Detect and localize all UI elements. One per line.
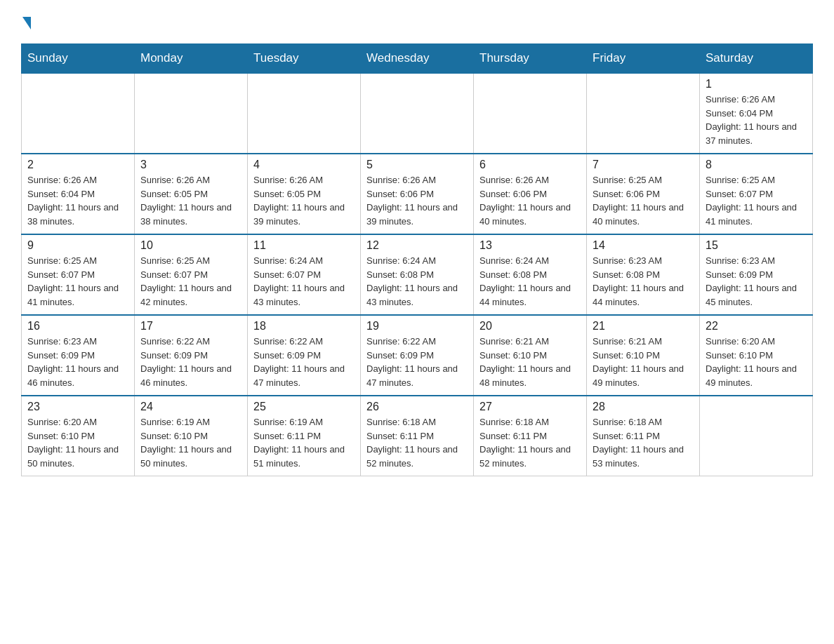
day-info: Sunrise: 6:20 AMSunset: 6:10 PMDaylight:… xyxy=(706,335,807,389)
day-info: Sunrise: 6:25 AMSunset: 6:06 PMDaylight:… xyxy=(593,173,694,228)
calendar-week-row: 16Sunrise: 6:23 AMSunset: 6:09 PMDayligh… xyxy=(22,315,813,396)
day-info: Sunrise: 6:20 AMSunset: 6:10 PMDaylight:… xyxy=(27,415,128,470)
calendar-cell: 11Sunrise: 6:24 AMSunset: 6:07 PMDayligh… xyxy=(248,234,361,315)
day-info: Sunrise: 6:26 AMSunset: 6:06 PMDaylight:… xyxy=(479,173,581,228)
calendar-cell: 25Sunrise: 6:19 AMSunset: 6:11 PMDayligh… xyxy=(248,396,361,476)
calendar-cell: 4Sunrise: 6:26 AMSunset: 6:05 PMDaylight… xyxy=(248,154,361,234)
day-info: Sunrise: 6:22 AMSunset: 6:09 PMDaylight:… xyxy=(253,335,355,389)
calendar-cell xyxy=(361,73,474,154)
day-number: 19 xyxy=(366,320,468,333)
day-number: 5 xyxy=(366,159,468,171)
day-info: Sunrise: 6:19 AMSunset: 6:11 PMDaylight:… xyxy=(253,415,355,470)
day-number: 22 xyxy=(706,320,807,333)
day-number: 26 xyxy=(366,401,468,413)
calendar-cell: 23Sunrise: 6:20 AMSunset: 6:10 PMDayligh… xyxy=(22,396,135,476)
calendar-cell xyxy=(700,396,813,476)
calendar-week-row: 23Sunrise: 6:20 AMSunset: 6:10 PMDayligh… xyxy=(22,396,813,476)
logo-arrow-icon xyxy=(22,17,31,29)
day-number: 6 xyxy=(479,159,581,171)
day-info: Sunrise: 6:26 AMSunset: 6:06 PMDaylight:… xyxy=(366,173,468,228)
day-of-week-header: Sunday xyxy=(22,44,135,74)
day-info: Sunrise: 6:21 AMSunset: 6:10 PMDaylight:… xyxy=(593,335,694,389)
day-number: 9 xyxy=(27,239,128,252)
logo xyxy=(21,14,34,29)
calendar-week-row: 1Sunrise: 6:26 AMSunset: 6:04 PMDaylight… xyxy=(22,73,813,154)
calendar-cell xyxy=(587,73,700,154)
day-number: 12 xyxy=(366,239,468,252)
day-info: Sunrise: 6:23 AMSunset: 6:08 PMDaylight:… xyxy=(593,254,694,309)
calendar-cell xyxy=(135,73,248,154)
calendar-cell: 24Sunrise: 6:19 AMSunset: 6:10 PMDayligh… xyxy=(135,396,248,476)
calendar-cell xyxy=(248,73,361,154)
day-info: Sunrise: 6:26 AMSunset: 6:04 PMDaylight:… xyxy=(706,93,807,147)
calendar-cell: 26Sunrise: 6:18 AMSunset: 6:11 PMDayligh… xyxy=(361,396,474,476)
calendar-cell: 28Sunrise: 6:18 AMSunset: 6:11 PMDayligh… xyxy=(587,396,700,476)
calendar-cell: 10Sunrise: 6:25 AMSunset: 6:07 PMDayligh… xyxy=(135,234,248,315)
calendar-week-row: 2Sunrise: 6:26 AMSunset: 6:04 PMDaylight… xyxy=(22,154,813,234)
day-info: Sunrise: 6:23 AMSunset: 6:09 PMDaylight:… xyxy=(27,335,128,389)
calendar-header-row: SundayMondayTuesdayWednesdayThursdayFrid… xyxy=(22,44,813,74)
calendar-cell: 6Sunrise: 6:26 AMSunset: 6:06 PMDaylight… xyxy=(474,154,587,234)
day-info: Sunrise: 6:24 AMSunset: 6:08 PMDaylight:… xyxy=(479,254,581,309)
calendar-cell: 18Sunrise: 6:22 AMSunset: 6:09 PMDayligh… xyxy=(248,315,361,396)
calendar-cell: 16Sunrise: 6:23 AMSunset: 6:09 PMDayligh… xyxy=(22,315,135,396)
calendar-cell: 27Sunrise: 6:18 AMSunset: 6:11 PMDayligh… xyxy=(474,396,587,476)
day-number: 2 xyxy=(27,159,128,171)
calendar-cell: 3Sunrise: 6:26 AMSunset: 6:05 PMDaylight… xyxy=(135,154,248,234)
calendar-cell: 5Sunrise: 6:26 AMSunset: 6:06 PMDaylight… xyxy=(361,154,474,234)
day-of-week-header: Monday xyxy=(135,44,248,74)
day-number: 21 xyxy=(593,320,694,333)
day-of-week-header: Saturday xyxy=(700,44,813,74)
calendar-cell: 1Sunrise: 6:26 AMSunset: 6:04 PMDaylight… xyxy=(700,73,813,154)
day-number: 24 xyxy=(140,401,241,413)
day-number: 8 xyxy=(706,159,807,171)
day-info: Sunrise: 6:23 AMSunset: 6:09 PMDaylight:… xyxy=(706,254,807,309)
day-of-week-header: Friday xyxy=(587,44,700,74)
day-info: Sunrise: 6:25 AMSunset: 6:07 PMDaylight:… xyxy=(27,254,128,309)
day-of-week-header: Thursday xyxy=(474,44,587,74)
calendar-table: SundayMondayTuesdayWednesdayThursdayFrid… xyxy=(21,43,813,476)
day-number: 25 xyxy=(253,401,355,413)
calendar-cell: 15Sunrise: 6:23 AMSunset: 6:09 PMDayligh… xyxy=(700,234,813,315)
day-info: Sunrise: 6:25 AMSunset: 6:07 PMDaylight:… xyxy=(706,173,807,228)
calendar-cell: 9Sunrise: 6:25 AMSunset: 6:07 PMDaylight… xyxy=(22,234,135,315)
calendar-cell: 22Sunrise: 6:20 AMSunset: 6:10 PMDayligh… xyxy=(700,315,813,396)
calendar-cell: 13Sunrise: 6:24 AMSunset: 6:08 PMDayligh… xyxy=(474,234,587,315)
day-of-week-header: Wednesday xyxy=(361,44,474,74)
day-info: Sunrise: 6:25 AMSunset: 6:07 PMDaylight:… xyxy=(140,254,241,309)
day-number: 16 xyxy=(27,320,128,333)
day-info: Sunrise: 6:26 AMSunset: 6:05 PMDaylight:… xyxy=(140,173,241,228)
day-of-week-header: Tuesday xyxy=(248,44,361,74)
day-number: 28 xyxy=(593,401,694,413)
day-number: 18 xyxy=(253,320,355,333)
day-number: 3 xyxy=(140,159,241,171)
day-number: 10 xyxy=(140,239,241,252)
calendar-cell: 17Sunrise: 6:22 AMSunset: 6:09 PMDayligh… xyxy=(135,315,248,396)
day-number: 20 xyxy=(479,320,581,333)
calendar-cell xyxy=(474,73,587,154)
day-number: 15 xyxy=(706,239,807,252)
day-info: Sunrise: 6:18 AMSunset: 6:11 PMDaylight:… xyxy=(593,415,694,470)
day-number: 14 xyxy=(593,239,694,252)
calendar-cell xyxy=(22,73,135,154)
calendar-week-row: 9Sunrise: 6:25 AMSunset: 6:07 PMDaylight… xyxy=(22,234,813,315)
day-info: Sunrise: 6:18 AMSunset: 6:11 PMDaylight:… xyxy=(479,415,581,470)
day-number: 7 xyxy=(593,159,694,171)
calendar-cell: 12Sunrise: 6:24 AMSunset: 6:08 PMDayligh… xyxy=(361,234,474,315)
calendar-cell: 20Sunrise: 6:21 AMSunset: 6:10 PMDayligh… xyxy=(474,315,587,396)
day-info: Sunrise: 6:19 AMSunset: 6:10 PMDaylight:… xyxy=(140,415,241,470)
day-info: Sunrise: 6:26 AMSunset: 6:05 PMDaylight:… xyxy=(253,173,355,228)
day-info: Sunrise: 6:22 AMSunset: 6:09 PMDaylight:… xyxy=(140,335,241,389)
day-info: Sunrise: 6:18 AMSunset: 6:11 PMDaylight:… xyxy=(366,415,468,470)
day-number: 11 xyxy=(253,239,355,252)
day-number: 1 xyxy=(706,78,807,90)
day-number: 13 xyxy=(479,239,581,252)
day-number: 23 xyxy=(27,401,128,413)
day-number: 4 xyxy=(253,159,355,171)
day-info: Sunrise: 6:21 AMSunset: 6:10 PMDaylight:… xyxy=(479,335,581,389)
calendar-cell: 14Sunrise: 6:23 AMSunset: 6:08 PMDayligh… xyxy=(587,234,700,315)
calendar-cell: 2Sunrise: 6:26 AMSunset: 6:04 PMDaylight… xyxy=(22,154,135,234)
page-header xyxy=(21,14,813,29)
day-info: Sunrise: 6:24 AMSunset: 6:07 PMDaylight:… xyxy=(253,254,355,309)
calendar-cell: 8Sunrise: 6:25 AMSunset: 6:07 PMDaylight… xyxy=(700,154,813,234)
